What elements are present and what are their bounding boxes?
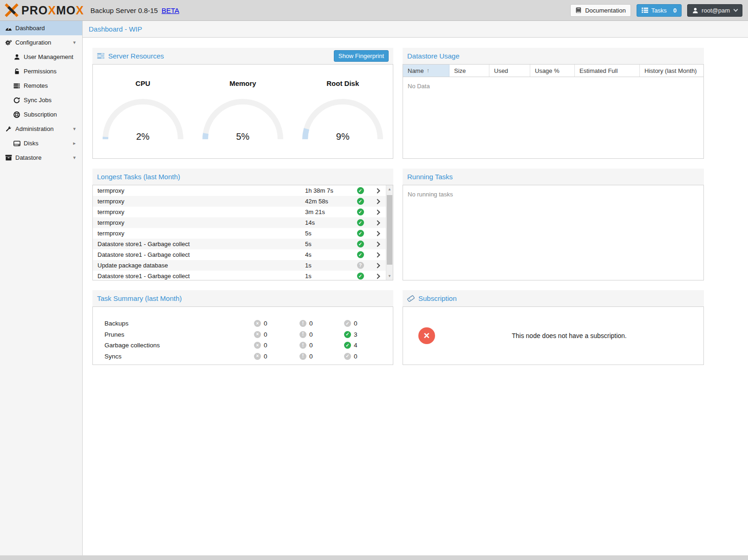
gears-icon [5, 39, 12, 46]
root-disk-gauge: Root Disk 9% [293, 79, 393, 143]
beta-link[interactable]: BETA [162, 7, 179, 14]
task-row[interactable]: Datastore store1 - Garbage collect 1s [93, 271, 386, 280]
scroll-down-arrow[interactable]: ▼ [386, 273, 393, 280]
sidebar-item-administration[interactable]: Administration ▾ [0, 122, 82, 136]
scroll-up-arrow[interactable]: ▲ [386, 186, 393, 193]
longest-tasks-panel: Longest Tasks (last Month) termproxy 1h … [92, 169, 393, 280]
column-header-used[interactable]: Used [489, 65, 530, 77]
column-header-usage-pct[interactable]: Usage % [530, 65, 575, 77]
warning-count-icon [299, 342, 306, 349]
cpu-percent-value: 2% [100, 131, 186, 142]
resources-bars-icon [97, 53, 104, 59]
wrench-icon [5, 126, 12, 132]
sidebar-item-datastore[interactable]: Datastore ▾ [0, 150, 82, 165]
column-header-size[interactable]: Size [449, 65, 489, 77]
sidebar-nav: Dashboard Configuration ▾ User Managemen… [0, 21, 83, 555]
page-title: Dashboard - WIP [89, 25, 142, 33]
brand-wordmark: PROXMOX [21, 4, 84, 17]
column-header-name[interactable]: Name ↑ [403, 65, 449, 77]
tasks-button[interactable]: Tasks 0 [637, 4, 682, 17]
task-status-icon [357, 208, 364, 215]
panel-title: Server Resources [108, 52, 164, 60]
task-status-icon [357, 251, 364, 258]
sidebar-item-dashboard[interactable]: Dashboard [0, 21, 82, 35]
dashboard-content: Server Resources Show Fingerprint CPU 2% [83, 38, 748, 555]
task-row[interactable]: termproxy 3m 21s [93, 207, 386, 217]
task-status-icon [357, 273, 364, 280]
error-count-icon [254, 320, 261, 327]
chevron-right-icon [375, 231, 380, 236]
sync-icon [13, 97, 20, 104]
ok-count-icon [344, 320, 351, 327]
error-count-icon [254, 342, 261, 349]
column-header-estimated-full[interactable]: Estimated Full [575, 65, 640, 77]
sidebar-item-permissions[interactable]: Permissions [0, 64, 82, 78]
collapse-arrow-icon[interactable]: ▾ [73, 39, 76, 46]
sidebar-item-subscription[interactable]: Subscription [0, 107, 82, 122]
ok-count-icon [344, 331, 351, 338]
sidebar-item-configuration[interactable]: Configuration ▾ [0, 35, 82, 50]
memory-gauge: Memory 5% [193, 79, 293, 143]
panel-title: Running Tasks [407, 173, 453, 181]
memory-percent-value: 5% [200, 131, 286, 142]
bottom-strip [0, 555, 748, 560]
warning-count-icon [299, 320, 306, 327]
scrollbar-thumb[interactable] [387, 195, 392, 265]
summary-row-backups: Backups 0 0 0 [93, 318, 393, 329]
sort-asc-icon: ↑ [427, 67, 429, 74]
sidebar-item-sync-jobs[interactable]: Sync Jobs [0, 93, 82, 107]
task-row[interactable]: Datastore store1 - Garbage collect 4s [93, 249, 386, 260]
error-count-icon [254, 331, 261, 338]
chevron-right-icon [375, 252, 380, 257]
page-titlebar: Dashboard - WIP [83, 21, 748, 38]
tasks-count-badge: 0 [673, 7, 676, 14]
tachometer-icon [5, 25, 12, 31]
collapse-arrow-icon[interactable]: ▾ [73, 155, 76, 161]
expand-right-icon[interactable]: ▸ [73, 140, 76, 146]
subscription-panel: Subscription × This node does not have a… [403, 290, 704, 365]
chevron-right-icon [375, 273, 380, 279]
task-status-icon [357, 230, 364, 237]
task-summary-panel: Task Summary (last Month) Backups 0 0 0 … [92, 290, 393, 365]
ok-count-icon [344, 353, 351, 360]
chevron-right-icon [375, 263, 380, 268]
warning-count-icon [299, 331, 306, 338]
task-row[interactable]: termproxy 42m 58s [93, 196, 386, 207]
task-row[interactable]: termproxy 14s [93, 217, 386, 228]
sidebar-item-user-management[interactable]: User Management [0, 50, 82, 64]
collapse-arrow-icon[interactable]: ▾ [73, 126, 76, 132]
running-tasks-panel: Running Tasks No running tasks [403, 169, 704, 280]
subscription-message: This node does not have a subscription. [435, 332, 703, 339]
task-row[interactable]: Datastore store1 - Garbage collect 5s [93, 239, 386, 249]
product-version-label: Backup Server 0.8-15 [91, 7, 158, 14]
task-row[interactable]: Update package database 1s [93, 260, 386, 271]
column-header-history[interactable]: History (last Month) [640, 65, 703, 77]
chevron-right-icon [375, 199, 380, 204]
unlock-icon [13, 68, 20, 74]
summary-row-garbage-collections: Garbage collections 0 0 4 [93, 340, 393, 351]
proxmox-x-icon [5, 3, 19, 17]
warning-count-icon [299, 353, 306, 360]
scrollbar[interactable]: ▲ ▼ [386, 185, 393, 280]
user-menu-button[interactable]: root@pam [687, 4, 742, 17]
top-navbar: PROXMOX Backup Server 0.8-15 BETA Docume… [0, 0, 748, 21]
datastore-usage-panel: Datastore Usage Name ↑ Size Used Usage %… [403, 48, 704, 159]
panel-title: Longest Tasks (last Month) [97, 173, 180, 181]
user-icon [13, 54, 20, 60]
server-list-icon [13, 83, 20, 89]
hdd-icon [13, 141, 20, 146]
life-ring-icon [13, 111, 20, 118]
chevron-down-icon [734, 7, 738, 12]
task-row[interactable]: termproxy 5s [93, 228, 386, 239]
chevron-right-icon [375, 220, 380, 225]
cpu-gauge: CPU 2% [93, 79, 193, 143]
show-fingerprint-button[interactable]: Show Fingerprint [334, 50, 389, 62]
sidebar-item-disks[interactable]: Disks ▸ [0, 136, 82, 150]
chevron-right-icon [375, 188, 380, 193]
documentation-button[interactable]: Documentation [570, 4, 631, 17]
empty-table-text: No Data [403, 77, 703, 95]
task-row[interactable]: termproxy 1h 38m 7s [93, 185, 386, 196]
sidebar-item-remotes[interactable]: Remotes [0, 78, 82, 93]
book-icon [575, 7, 582, 13]
panel-title: Subscription [418, 294, 457, 302]
